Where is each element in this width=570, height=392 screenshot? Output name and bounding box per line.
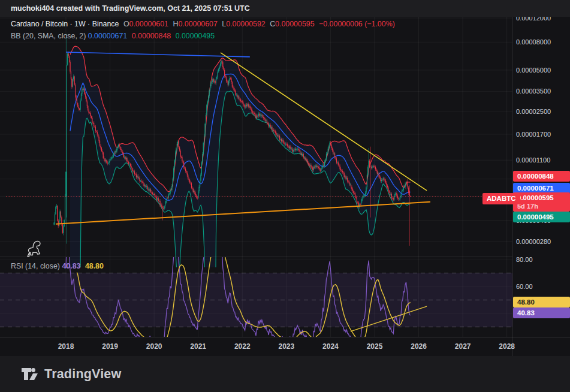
bb-upper-line: [70, 46, 411, 192]
bar-countdown: 5d 17h: [517, 202, 570, 210]
rsi-band-fill: [0, 273, 512, 327]
rsi-title: RSI (14, close): [11, 262, 60, 270]
symbol-price-flag: ADABTC: [482, 193, 520, 204]
year-label: 2022: [234, 342, 251, 351]
bb-lower-line: [70, 91, 411, 385]
bb-fill: [70, 46, 411, 385]
open-value: 0.00000601: [129, 20, 168, 28]
low-value: 0.00000592: [226, 20, 265, 28]
rsi-axis-label: 80.00: [516, 255, 533, 264]
tradingview-chart-window: muchoki404 created with TradingView.com,…: [0, 0, 570, 392]
rsi-legend[interactable]: RSI (14, close) 40.83 48.80: [11, 262, 106, 270]
year-label: 2027: [455, 342, 471, 351]
year-label: 2024: [322, 342, 339, 351]
symbol-legend[interactable]: Cardano / Bitcoin · 1W · Binance O0.0000…: [11, 20, 397, 28]
attribution-text: muchoki404 created with TradingView.com,…: [11, 4, 250, 13]
year-label: 2020: [146, 342, 162, 351]
symbol-title: Cardano / Bitcoin · 1W · Binance: [11, 20, 119, 28]
rsi-ma-value: 48.80: [85, 262, 104, 270]
bb-lower-badge-value: 0.00000495: [517, 213, 554, 221]
change-value: −0.00000006 (−1.00%): [319, 20, 395, 28]
attribution-bar: muchoki404 created with TradingView.com,…: [0, 0, 570, 17]
year-label: 2026: [411, 342, 427, 351]
bb-upper-badge: 0.00000848: [513, 171, 570, 182]
bb-basis-badge-value: 0.00000671: [517, 185, 554, 192]
rsi-ma-badge-value: 48.80: [517, 298, 535, 306]
footer-bar: TradingView: [0, 356, 570, 392]
high-value: 0.00000607: [178, 20, 217, 28]
rsi-axis-label: 60.00: [516, 282, 533, 291]
bb-title: BB (20, SMA, close, 2): [11, 32, 86, 40]
price-axis-label: 0.00005000: [516, 66, 551, 74]
year-label: 2023: [278, 342, 294, 351]
price-axis-label: 0.00001700: [516, 130, 551, 138]
year-label: 2025: [367, 342, 383, 351]
price-axis-label: 0.00003500: [516, 87, 551, 95]
symbol-price-flag-text: ADABTC: [487, 195, 516, 202]
price-axis-label: 0.00000280: [516, 237, 551, 246]
year-label: 2018: [58, 342, 74, 351]
tradingview-logo[interactable]: TradingView: [21, 366, 121, 382]
rsi-value: 40.83: [62, 262, 80, 270]
year-label: 2019: [102, 342, 118, 351]
year-label: 2021: [190, 342, 206, 351]
time-axis-border: [0, 337, 570, 338]
dino-doodle[interactable]: [28, 241, 40, 257]
tradingview-logo-text: TradingView: [44, 367, 121, 382]
last-price-badge-value: 0.00000595: [517, 194, 570, 202]
price-axis-label: 0.00008000: [516, 38, 551, 46]
open-label: O: [123, 20, 129, 28]
last-price-badge: 0.00000595 5d 17h: [513, 192, 570, 212]
bb-lower-badge: 0.00000495: [513, 212, 570, 222]
price-axis-label: 0.00002500: [516, 107, 551, 116]
rsi-badge: 40.83: [513, 307, 570, 318]
bb-basis-value: 0.00000671: [88, 32, 127, 40]
rsi-badge-value: 40.83: [517, 309, 535, 316]
bb-lower-value: 0.00000495: [176, 32, 215, 40]
tradingview-logo-icon: [21, 366, 39, 382]
rsi-ma-badge: 48.80: [513, 297, 570, 307]
bb-upper-badge-value: 0.00000848: [517, 173, 554, 180]
price-axis-label: 0.00001100: [516, 156, 550, 164]
close-label: C: [270, 20, 275, 28]
bb-upper-value: 0.00000848: [132, 32, 171, 40]
bb-legend[interactable]: BB (20, SMA, close, 2) 0.00000671 0.0000…: [11, 32, 217, 40]
pane-separator[interactable]: [0, 257, 512, 257]
close-value: 0.00000595: [275, 20, 314, 28]
blue-resistance[interactable]: [66, 52, 250, 57]
